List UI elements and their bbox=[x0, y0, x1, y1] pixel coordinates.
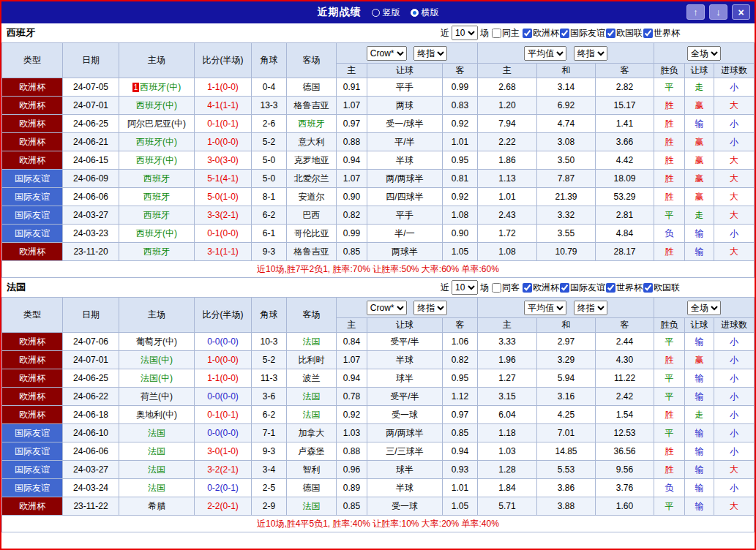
competition-checkbox-input[interactable] bbox=[560, 283, 569, 293]
home-team[interactable]: 阿尔巴尼亚(中) bbox=[119, 115, 195, 133]
away-team[interactable]: 德国 bbox=[287, 479, 337, 497]
competition-checkbox[interactable]: 欧洲杯 bbox=[522, 282, 559, 294]
euro-company-select[interactable]: 平均值 bbox=[524, 301, 566, 315]
close-button[interactable]: × bbox=[732, 4, 750, 20]
away-team[interactable]: 智利 bbox=[287, 461, 337, 479]
away-team[interactable]: 波兰 bbox=[287, 369, 337, 388]
match-type: 欧洲杯 bbox=[2, 243, 63, 261]
match-date: 24-07-06 bbox=[63, 333, 119, 351]
asia-handicap: 受平/半 bbox=[367, 333, 443, 351]
home-team[interactable]: 西班牙(中) bbox=[119, 225, 195, 243]
competition-checkbox-input[interactable] bbox=[523, 283, 532, 293]
home-team[interactable]: 法国 bbox=[119, 442, 195, 461]
same-venue-checkbox[interactable]: 同客 bbox=[491, 282, 520, 294]
competition-checkbox[interactable]: 世界杯 bbox=[605, 282, 643, 294]
away-team[interactable]: 法国 bbox=[287, 497, 337, 516]
away-team[interactable]: 法国 bbox=[287, 333, 337, 351]
away-team[interactable]: 格鲁吉亚 bbox=[287, 243, 337, 261]
home-team[interactable]: 西班牙(中) bbox=[119, 151, 195, 170]
asia-away-header: 客 bbox=[443, 64, 478, 78]
asia-time-select[interactable]: 终指 bbox=[413, 301, 447, 315]
competition-filters: 欧洲杯国际友谊世界杯欧国联 bbox=[522, 282, 680, 294]
euro-away-odds: 1.41 bbox=[596, 115, 654, 133]
match-row: 欧洲杯 24-06-15 西班牙(中) 3-0(3-0) 5-0 克罗地亚 0.… bbox=[2, 151, 755, 170]
euro-home-odds: 7.94 bbox=[478, 115, 537, 133]
away-team[interactable]: 克罗地亚 bbox=[287, 151, 337, 170]
asia-company-select[interactable]: Crow* bbox=[367, 301, 407, 315]
away-team[interactable]: 德国 bbox=[287, 78, 337, 97]
away-team[interactable]: 卢森堡 bbox=[287, 442, 337, 461]
result-goals: 大 bbox=[714, 170, 755, 188]
asia-handicap: 受一/球半 bbox=[367, 115, 443, 133]
home-team[interactable]: 法国 bbox=[119, 424, 195, 442]
away-team[interactable]: 加拿大 bbox=[287, 424, 337, 442]
scope-select[interactable]: 全场 bbox=[687, 46, 721, 61]
away-team[interactable]: 法国 bbox=[287, 388, 337, 406]
home-team[interactable]: 法国(中) bbox=[119, 351, 195, 369]
home-team[interactable]: 西班牙(中) bbox=[119, 133, 195, 151]
scope-select[interactable]: 全场 bbox=[687, 301, 721, 315]
competition-checkbox[interactable]: 国际友谊 bbox=[559, 27, 605, 39]
result-wdl: 胜 bbox=[654, 133, 685, 151]
home-team[interactable]: 法国 bbox=[119, 479, 195, 497]
same-venue-checkbox[interactable]: 同主 bbox=[491, 27, 520, 39]
match-row: 国际友谊 24-06-09 西班牙 5-1(4-1) 5-0 北爱尔兰 1.07… bbox=[2, 170, 755, 188]
layout-radio-vertical[interactable]: 竖版 bbox=[372, 7, 400, 19]
result-wdl: 平 bbox=[654, 206, 685, 225]
away-team[interactable]: 格鲁吉亚 bbox=[287, 97, 337, 115]
away-team[interactable]: 意大利 bbox=[287, 133, 337, 151]
competition-checkbox-input[interactable] bbox=[643, 283, 653, 293]
competition-checkbox[interactable]: 国际友谊 bbox=[559, 282, 605, 294]
same-venue-input[interactable] bbox=[492, 29, 501, 38]
away-team[interactable]: 法国 bbox=[287, 406, 337, 424]
home-team[interactable]: 法国 bbox=[119, 461, 195, 479]
asia-time-select[interactable]: 终指 bbox=[413, 46, 447, 61]
home-team[interactable]: 1西班牙(中) bbox=[119, 78, 195, 97]
match-date: 24-03-24 bbox=[63, 479, 119, 497]
euro-time-select[interactable]: 终指 bbox=[574, 301, 607, 315]
asia-away-odds: 0.95 bbox=[443, 369, 478, 388]
asia-away-odds: 1.01 bbox=[443, 479, 478, 497]
euro-home-header: 主 bbox=[478, 64, 537, 78]
home-team[interactable]: 西班牙 bbox=[119, 170, 195, 188]
match-row: 国际友谊 24-06-10 法国 0-0(0-0) 7-1 加拿大 1.03 两… bbox=[2, 424, 755, 442]
competition-checkbox[interactable]: 欧国联 bbox=[643, 282, 680, 294]
competition-checkbox-input[interactable] bbox=[606, 29, 615, 38]
competition-checkbox[interactable]: 欧国联 bbox=[605, 27, 643, 39]
home-team[interactable]: 西班牙 bbox=[119, 243, 195, 261]
asia-home-odds: 0.90 bbox=[337, 188, 367, 206]
asia-company-select[interactable]: Crow* bbox=[367, 46, 407, 61]
home-team[interactable]: 葡萄牙(中) bbox=[119, 333, 195, 351]
euro-time-select[interactable]: 终指 bbox=[574, 46, 607, 61]
home-team[interactable]: 西班牙 bbox=[119, 206, 195, 225]
result-wdl: 胜 bbox=[654, 188, 685, 206]
away-team[interactable]: 比利时 bbox=[287, 351, 337, 369]
euro-away-odds: 15.17 bbox=[596, 97, 654, 115]
away-team[interactable]: 北爱尔兰 bbox=[287, 170, 337, 188]
euro-away-odds: 12.53 bbox=[596, 424, 654, 442]
competition-checkbox-input[interactable] bbox=[523, 29, 532, 38]
up-arrow-button[interactable]: ↑ bbox=[686, 4, 705, 20]
competition-checkbox[interactable]: 世界杯 bbox=[643, 27, 680, 39]
competition-checkbox[interactable]: 欧洲杯 bbox=[522, 27, 559, 39]
home-team[interactable]: 奥地利(中) bbox=[119, 406, 195, 424]
result-handicap: 输 bbox=[685, 442, 714, 461]
home-team[interactable]: 荷兰(中) bbox=[119, 388, 195, 406]
home-team[interactable]: 西班牙 bbox=[119, 188, 195, 206]
layout-radio-horizontal[interactable]: 横版 bbox=[411, 7, 439, 19]
competition-checkbox-input[interactable] bbox=[606, 283, 615, 293]
home-team[interactable]: 法国(中) bbox=[119, 369, 195, 388]
away-team[interactable]: 西班牙 bbox=[287, 115, 337, 133]
match-count-select[interactable]: 10 bbox=[452, 26, 478, 40]
competition-checkbox-input[interactable] bbox=[643, 29, 653, 38]
euro-company-select[interactable]: 平均值 bbox=[524, 46, 566, 61]
down-arrow-button[interactable]: ↓ bbox=[709, 4, 727, 20]
away-team[interactable]: 巴西 bbox=[287, 206, 337, 225]
home-team[interactable]: 西班牙(中) bbox=[119, 97, 195, 115]
match-count-select[interactable]: 10 bbox=[452, 280, 478, 295]
competition-checkbox-input[interactable] bbox=[560, 29, 569, 38]
same-venue-input[interactable] bbox=[492, 283, 501, 293]
home-team[interactable]: 希腊 bbox=[119, 497, 195, 516]
away-team[interactable]: 哥伦比亚 bbox=[287, 225, 337, 243]
away-team[interactable]: 安道尔 bbox=[287, 188, 337, 206]
